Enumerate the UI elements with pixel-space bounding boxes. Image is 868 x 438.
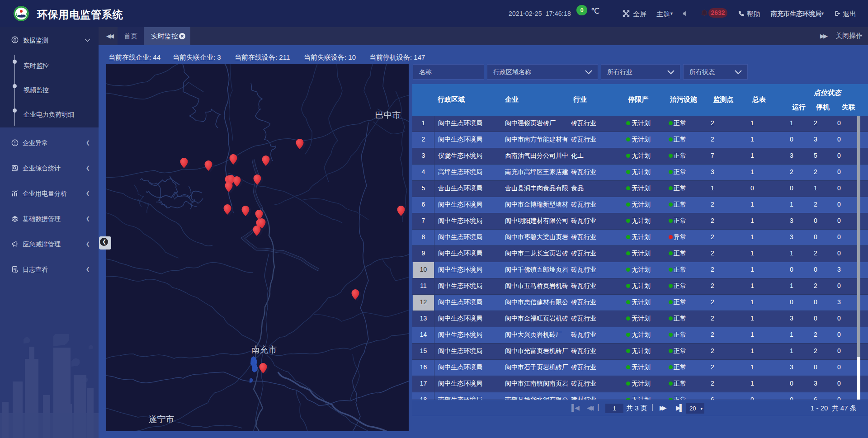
svg-text:巴中市: 巴中市: [375, 110, 401, 120]
svg-text:遂宁市: 遂宁市: [149, 414, 175, 424]
svg-text:南充市: 南充市: [251, 345, 277, 354]
